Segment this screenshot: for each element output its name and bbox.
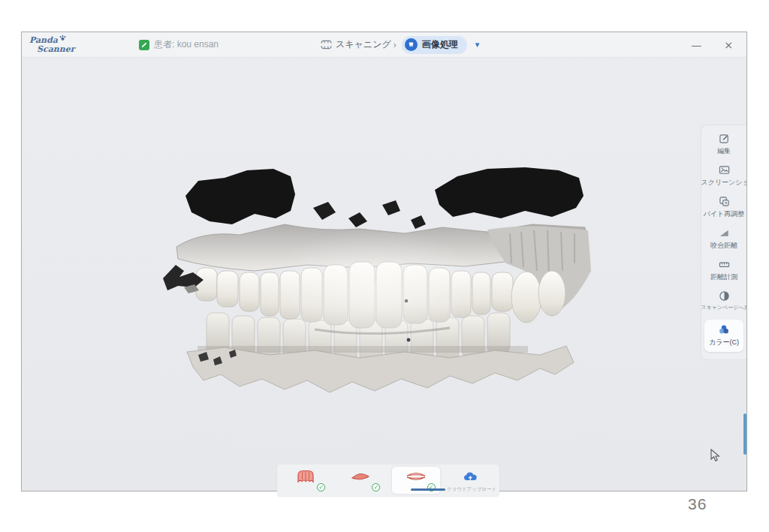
tool-distance-measure[interactable]: 距離計測 — [701, 259, 746, 282]
tool-occlusal-distance[interactable]: 咬合距離 — [701, 227, 746, 251]
app-window: Panda Scanner 患者: kou ensan スキャニング — [21, 32, 747, 491]
tool-label: スクリーンショット — [701, 178, 746, 188]
right-toolbar: 編集 スクリーンショット バイト再調整 咬合距離 — [701, 125, 746, 360]
app-logo: Panda Scanner — [29, 35, 75, 54]
tab-image-processing-label: 画像処理 — [422, 38, 458, 51]
tool-edit[interactable]: 編集 — [701, 133, 746, 156]
lower-jaw-button[interactable]: ✓ — [336, 467, 384, 494]
slide-page-number: 36 — [688, 495, 707, 513]
paw-icon — [59, 35, 66, 44]
chevron-right-icon: › — [394, 40, 397, 50]
patient-label: 患者: kou ensan — [154, 38, 219, 51]
patient-info[interactable]: 患者: kou ensan — [139, 32, 219, 57]
dental-scan-model[interactable] — [134, 158, 615, 413]
window-controls: — × — [688, 32, 736, 57]
cloud-upload-icon — [463, 470, 479, 485]
color-icon — [718, 324, 730, 335]
scanning-icon — [321, 40, 332, 50]
tab-image-processing[interactable]: 画像処理 — [402, 36, 467, 54]
tool-color[interactable]: カラー(C) — [704, 320, 743, 352]
viewport-canvas[interactable] — [22, 57, 746, 491]
tool-bite-readjust[interactable]: バイト再調整 — [701, 196, 746, 219]
occlusal-distance-icon — [719, 227, 730, 239]
titlebar: Panda Scanner 患者: kou ensan スキャニング — [22, 32, 746, 58]
workflow-nav: スキャニング › 画像処理 ▾ — [321, 32, 479, 57]
check-badge: ✓ — [317, 483, 325, 491]
occlusion-icon — [406, 470, 427, 486]
edit-patient-icon[interactable] — [139, 40, 149, 50]
mouse-cursor — [710, 449, 720, 462]
minimize-button[interactable]: — — [688, 38, 704, 52]
bottom-toolbar: ✓ ✓ ✓ — [277, 464, 499, 496]
tab-scanning[interactable]: スキャニング › — [321, 38, 397, 51]
measure-ruler-icon — [719, 259, 730, 270]
logo-line2: Scanner — [37, 45, 75, 54]
screenshot-icon — [719, 164, 730, 176]
check-badge: ✓ — [372, 483, 380, 491]
edit-icon — [719, 133, 730, 144]
dropdown-caret-icon[interactable]: ▾ — [475, 40, 480, 50]
tool-label: 咬合距離 — [710, 241, 737, 251]
tool-label: バイト再調整 — [704, 209, 745, 219]
tab-scanning-label: スキャニング — [336, 38, 391, 51]
tool-label: スキャンページへ戻る — [701, 304, 746, 311]
cloud-upload-label: クラウドアップロード — [447, 486, 495, 493]
cloud-upload-button[interactable]: クラウドアップロード — [447, 467, 495, 494]
tool-label: 編集 — [717, 146, 731, 156]
contrast-icon — [719, 290, 730, 302]
tool-back-to-scan[interactable]: スキャンページへ戻る — [701, 290, 746, 311]
lower-jaw-icon — [351, 470, 370, 485]
upper-jaw-icon — [296, 469, 315, 487]
edge-scroll-indicator[interactable] — [743, 413, 746, 455]
close-button[interactable]: × — [721, 38, 736, 52]
bite-readjust-icon — [719, 196, 730, 207]
tool-label: 距離計測 — [710, 272, 737, 282]
tool-label: カラー(C) — [709, 338, 739, 347]
upper-jaw-button[interactable]: ✓ — [282, 467, 330, 494]
tool-screenshot[interactable]: スクリーンショット — [701, 164, 746, 188]
selected-tab-underline — [411, 488, 445, 491]
tooth-icon — [405, 38, 418, 51]
